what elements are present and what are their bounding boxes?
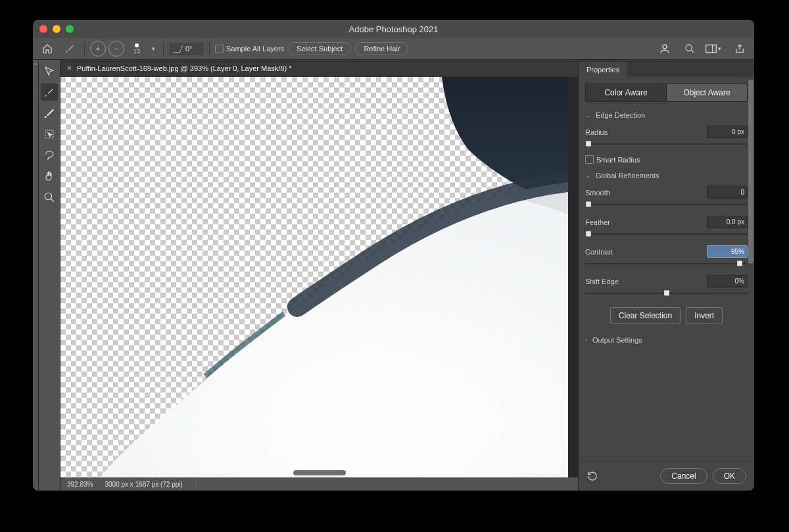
- lasso-tool[interactable]: [41, 147, 58, 164]
- smart-radius-checkbox[interactable]: Smart Radius: [585, 155, 748, 164]
- status-caret-icon[interactable]: 〉: [195, 479, 201, 489]
- shift-edge-input[interactable]: [707, 275, 748, 287]
- object-selection-tool[interactable]: [41, 126, 58, 143]
- zoom-level[interactable]: 392.83%: [67, 481, 93, 488]
- chevron-down-icon[interactable]: ▾: [152, 45, 155, 52]
- subtract-from-selection-button[interactable]: −: [108, 41, 124, 57]
- workspace-switcher-icon[interactable]: ▾: [705, 40, 724, 57]
- radius-row: Radius: [585, 126, 748, 138]
- svg-point-1: [686, 45, 692, 51]
- feather-input[interactable]: [707, 216, 748, 228]
- radius-slider[interactable]: [585, 139, 748, 149]
- zoom-tool[interactable]: [41, 189, 58, 206]
- sample-all-layers-checkbox[interactable]: Sample All Layers: [215, 45, 284, 53]
- separator: [163, 41, 164, 56]
- hand-tool[interactable]: [41, 168, 58, 185]
- quick-selection-tool[interactable]: [41, 62, 58, 80]
- smart-radius-label: Smart Radius: [596, 156, 640, 164]
- refine-edge-brush-tool[interactable]: [41, 84, 58, 101]
- chevron-right-icon: ›: [585, 337, 587, 343]
- brush-size-preview[interactable]: 13: [128, 43, 145, 55]
- color-aware-button[interactable]: Color Aware: [585, 84, 666, 102]
- edge-detection-header[interactable]: ⌄ Edge Detection: [585, 111, 748, 119]
- checkbox-icon: [585, 155, 594, 164]
- status-bar: 392.83% 3000 px x 1687 px (72 ppi) 〉: [60, 477, 578, 491]
- output-settings-header[interactable]: › Output Settings: [585, 336, 748, 344]
- radius-label: Radius: [585, 128, 707, 136]
- smooth-input[interactable]: [707, 186, 748, 199]
- traffic-lights: [39, 25, 74, 33]
- chevron-down-icon: ⌄: [585, 172, 590, 179]
- contrast-slider[interactable]: [585, 259, 748, 268]
- separator: [209, 41, 210, 56]
- global-refinements-header[interactable]: ⌄ Global Refinements: [585, 172, 748, 180]
- horizontal-scrollbar[interactable]: [60, 468, 578, 477]
- document-tab-title: Puffin-LaurenScott-169-web.jpg @ 393% (L…: [77, 64, 291, 72]
- add-to-selection-button[interactable]: +: [90, 41, 106, 57]
- properties-tab[interactable]: Properties: [579, 62, 627, 77]
- main-body: ›› ×: [33, 60, 754, 491]
- canvas-image: [60, 77, 568, 477]
- ok-button[interactable]: OK: [713, 468, 746, 484]
- options-bar: + − 13 ▾ 0° Sample All Layers Select Sub…: [33, 38, 754, 60]
- canvas-viewport[interactable]: [60, 77, 578, 477]
- refine-mode-toggle: Color Aware Object Aware: [585, 84, 748, 102]
- document-dimensions: 3000 px x 1687 px (72 ppi): [105, 481, 182, 488]
- shift-edge-slider[interactable]: [585, 289, 748, 298]
- contrast-label: Contrast: [585, 248, 707, 256]
- panel-scrollbar[interactable]: [748, 80, 754, 451]
- account-icon[interactable]: [656, 40, 674, 57]
- selection-buttons: Clear Selection Invert: [585, 307, 748, 324]
- properties-panel: Properties Color Aware Object Aware ⌄ Ed…: [578, 60, 754, 491]
- panel-footer: Cancel OK: [579, 461, 754, 491]
- brush-tool-icon[interactable]: [60, 40, 79, 57]
- document-tab[interactable]: × Puffin-LaurenScott-169-web.jpg @ 393% …: [60, 60, 578, 77]
- object-aware-button[interactable]: Object Aware: [666, 84, 748, 102]
- clear-selection-button[interactable]: Clear Selection: [610, 307, 681, 324]
- add-subtract-group: + −: [90, 41, 124, 57]
- scrollbar-thumb[interactable]: [293, 470, 346, 475]
- feather-label: Feather: [585, 218, 707, 226]
- smooth-label: Smooth: [585, 189, 707, 197]
- chevron-down-icon: ⌄: [585, 112, 590, 118]
- contrast-input[interactable]: [707, 245, 748, 258]
- invert-button[interactable]: Invert: [686, 307, 723, 324]
- app-window: Adobe Photoshop 2021 + − 13 ▾ 0° Sample …: [33, 20, 754, 491]
- svg-point-0: [663, 45, 667, 49]
- close-window-button[interactable]: [39, 25, 47, 33]
- collapse-left-tab[interactable]: ››: [33, 60, 39, 491]
- smooth-slider[interactable]: [585, 200, 748, 209]
- reset-icon[interactable]: [586, 470, 598, 482]
- svg-rect-2: [706, 45, 717, 52]
- angle-value: 0°: [185, 45, 200, 53]
- edge-detection-label: Edge Detection: [596, 111, 645, 119]
- scrollbar-thumb[interactable]: [748, 80, 753, 264]
- select-subject-button[interactable]: Select Subject: [288, 42, 351, 55]
- options-right-group: ▾: [656, 40, 749, 57]
- shift-edge-label: Shift Edge: [585, 278, 707, 285]
- tool-bar: [39, 60, 60, 491]
- brush-tool[interactable]: [41, 105, 58, 122]
- search-icon[interactable]: [681, 40, 699, 57]
- angle-icon: [173, 45, 182, 53]
- checkbox-icon: [215, 45, 224, 53]
- brush-dot-icon: [135, 43, 139, 47]
- cancel-button[interactable]: Cancel: [660, 468, 707, 484]
- global-refinements-label: Global Refinements: [596, 172, 659, 180]
- angle-control[interactable]: 0°: [169, 43, 204, 55]
- panel-tab-bar: Properties: [579, 60, 754, 77]
- refine-hair-button[interactable]: Refine Hair: [355, 42, 408, 55]
- separator: [84, 41, 85, 56]
- output-settings-label: Output Settings: [592, 336, 642, 344]
- title-bar: Adobe Photoshop 2021: [33, 20, 754, 38]
- feather-slider[interactable]: [585, 230, 748, 239]
- close-tab-icon[interactable]: ×: [67, 64, 72, 73]
- minimize-window-button[interactable]: [53, 25, 60, 33]
- document-area: × Puffin-LaurenScott-169-web.jpg @ 393% …: [60, 60, 578, 491]
- share-icon[interactable]: [730, 40, 749, 57]
- radius-input[interactable]: [707, 126, 748, 138]
- zoom-window-button[interactable]: [66, 25, 74, 33]
- brush-size-value: 13: [133, 48, 140, 55]
- svg-point-5: [45, 193, 52, 200]
- home-icon[interactable]: [38, 40, 57, 57]
